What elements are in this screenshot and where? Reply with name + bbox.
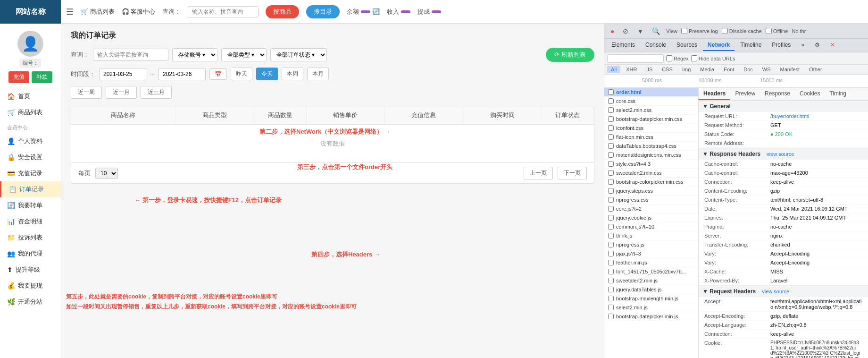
filter-keyword-input[interactable] [93, 49, 168, 61]
file-common-js[interactable]: common.js?t=10 [604, 222, 698, 231]
type-xhr-button[interactable]: XHR [622, 66, 641, 73]
topbar-product-list-link[interactable]: 🛒 商品列表 [81, 8, 115, 16]
sidebar-item-recharge-records[interactable]: 💳 充值记录 [0, 165, 61, 181]
hide-data-urls-checkbox[interactable]: Hide data URLs [691, 55, 735, 61]
file-think-js[interactable]: think.js [604, 231, 698, 240]
this-month-button[interactable]: 本月 [307, 68, 329, 80]
file-core-js[interactable]: core.js?t=2 [604, 205, 698, 213]
devtools-settings-icon[interactable]: ⚙ [810, 40, 825, 51]
type-manifest-button[interactable]: Manifest [776, 66, 804, 73]
tab-sources[interactable]: Sources [672, 40, 702, 51]
search-icon[interactable]: 🔍 [650, 26, 662, 36]
file-material-css[interactable]: materialdesignicons.min.css [604, 151, 698, 160]
last-month-button[interactable]: 近一月 [106, 86, 137, 99]
file-select2-js[interactable]: select2.min.js [604, 303, 698, 312]
prev-page-button[interactable]: 上一页 [524, 167, 553, 179]
tab-network[interactable]: Network [703, 40, 734, 51]
sidebar-item-withdraw[interactable]: 💰 我要提现 [0, 278, 61, 294]
tab-profiles[interactable]: Profiles [767, 40, 795, 51]
type-font-button[interactable]: Font [720, 66, 738, 73]
view-source-link[interactable]: view source [767, 151, 794, 157]
file-sweetalert-css[interactable]: sweetalert2.min.css [604, 169, 698, 178]
view-source-link2[interactable]: view source [762, 289, 789, 294]
file-datatables-js[interactable]: jquery.dataTables.js [604, 285, 698, 294]
devtools-close-icon[interactable]: ✕ [826, 40, 840, 51]
sidebar-item-finance[interactable]: 📊 资金明细 [0, 213, 61, 230]
stop-icon[interactable]: ⊘ [620, 26, 631, 36]
calendar-button[interactable]: 📅 [209, 68, 227, 80]
file-select2-css[interactable]: select2.min.css [604, 106, 698, 115]
detail-tab-response[interactable]: Response [760, 88, 795, 100]
tab-more[interactable]: » [796, 40, 809, 51]
file-feather-js[interactable]: feather.min.js [604, 258, 698, 267]
disable-cache-checkbox[interactable]: Disable cache [722, 28, 762, 34]
file-bootstrap-maxlength-js[interactable]: bootstrap-maxlength.min.js [604, 294, 698, 303]
type-all-button[interactable]: All [607, 66, 620, 73]
filter-account-select[interactable]: 存储账号 ▾ [172, 48, 217, 61]
file-datatables-bootstrap-css[interactable]: dataTables.bootstrap4.css [604, 142, 698, 151]
sidebar-item-profile[interactable]: 👤 个人资料 [0, 133, 61, 149]
refresh-balance-icon[interactable]: 🔃 [372, 8, 380, 15]
today-button[interactable]: 今天 [256, 68, 278, 80]
sidebar-item-complaints[interactable]: 📁 投诉列表 [0, 230, 61, 246]
request-headers-header[interactable]: ▼ Request Headers view source [699, 286, 868, 297]
refresh-button[interactable]: ⟳ 刷新列表 [546, 48, 594, 62]
recharge-button[interactable]: 充值 [8, 71, 29, 83]
sidebar-item-security[interactable]: 🔒 安全设置 [0, 149, 61, 165]
type-media-button[interactable]: Media [696, 66, 718, 73]
search-product-button[interactable]: 搜商品 [266, 5, 299, 18]
response-headers-header[interactable]: ▼ Response Headers view source [699, 148, 868, 160]
detail-tab-cookies[interactable]: Cookies [795, 88, 825, 100]
date-to-input[interactable] [159, 68, 206, 80]
type-other-button[interactable]: Other [805, 66, 826, 73]
file-nprogress-css[interactable]: nprogress.css [604, 196, 698, 205]
type-ws-button[interactable]: WS [759, 66, 775, 73]
menu-toggle-icon[interactable]: ☰ [66, 7, 74, 17]
file-pjax-js[interactable]: pjax.js?t=3 [604, 249, 698, 258]
this-week-button[interactable]: 本周 [282, 68, 303, 80]
sidebar-item-upgrade[interactable]: ⬆ 提升等级 [0, 262, 61, 278]
type-doc-button[interactable]: Doc [740, 66, 757, 73]
preserve-log-checkbox[interactable]: Preserve log [681, 28, 718, 34]
filter-type-select[interactable]: 全部类型 ▾ [221, 48, 267, 61]
last-3month-button[interactable]: 近三月 [141, 86, 172, 99]
network-filter-input[interactable] [607, 54, 664, 63]
sidebar-item-my-agent[interactable]: 👥 我的代理 [0, 246, 61, 262]
file-bootstrap-datepicker-js[interactable]: bootstrap-datepicker.min.js [604, 312, 698, 321]
file-jquery-cookie-js[interactable]: jquery.cookie.js [604, 213, 698, 222]
topbar-customer-service-link[interactable]: 🎧 客服中心 [122, 8, 156, 16]
sidebar-item-products[interactable]: 🛒 商品列表 [0, 104, 61, 120]
payment-button[interactable]: 补款 [32, 71, 52, 83]
filter-icon[interactable]: ▼ [634, 26, 646, 36]
general-section-header[interactable]: ▼ General [699, 101, 868, 112]
file-style-css[interactable]: style.css?t=4.3 [604, 160, 698, 169]
file-sweetalert-js[interactable]: sweetalert2.min.js [604, 276, 698, 285]
yesterday-button[interactable]: 昨天 [231, 68, 252, 80]
file-colorpicker-css[interactable]: bootstrap-colorpicker.min.css [604, 178, 698, 187]
file-flat-icon-css[interactable]: flat-icon.min.css [604, 133, 698, 142]
sidebar-item-transfer[interactable]: 🔄 我要转单 [0, 197, 61, 213]
date-from-input[interactable] [99, 68, 146, 80]
file-font-js[interactable]: font_1451715_0505c2bxv7b... [604, 267, 698, 276]
last-week-button[interactable]: 近一周 [71, 86, 102, 99]
type-css-button[interactable]: CSS [658, 66, 676, 73]
next-page-button[interactable]: 下一页 [558, 167, 587, 179]
offline-checkbox[interactable]: Offline [766, 28, 788, 34]
sidebar-item-orders[interactable]: 📋 订单记录 [0, 181, 61, 197]
per-page-select[interactable]: 10 20 50 [95, 168, 118, 179]
detail-tab-preview[interactable]: Preview [730, 88, 760, 100]
tab-console[interactable]: Console [641, 40, 671, 51]
file-order-html[interactable]: order.html [604, 88, 698, 97]
file-bootstrap-datepicker-css[interactable]: bootstrap-datepicker.min.css [604, 115, 698, 124]
detail-tab-timing[interactable]: Timing [825, 88, 851, 100]
detail-tab-headers[interactable]: Headers [699, 88, 730, 100]
tab-timeline[interactable]: Timeline [735, 40, 766, 51]
topbar-search-input[interactable] [188, 6, 259, 17]
file-core-css[interactable]: core.css [604, 97, 698, 106]
filter-status-select[interactable]: 全部订单状态 ▾ [270, 48, 327, 61]
file-iconfont-css[interactable]: iconfont.css [604, 124, 698, 133]
sidebar-item-home[interactable]: 🏠 首页 [0, 88, 61, 104]
search-list-button[interactable]: 搜目录 [306, 5, 340, 18]
sidebar-item-subsite[interactable]: 🌿 开通分站 [0, 294, 61, 310]
regex-checkbox[interactable]: Regex [666, 55, 689, 61]
